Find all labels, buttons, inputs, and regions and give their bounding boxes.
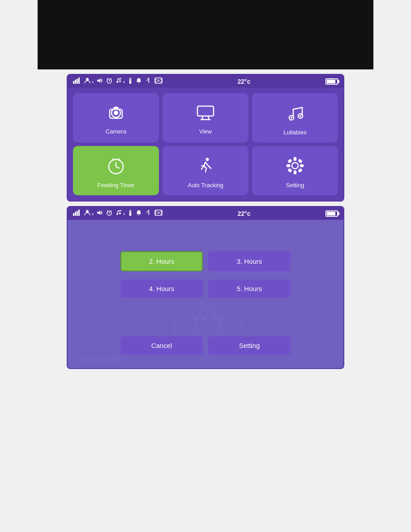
svg-point-68	[194, 317, 199, 322]
volume-icon-2	[97, 210, 103, 217]
menu-item-view[interactable]: View	[163, 93, 248, 142]
music-note-icon-2	[116, 210, 122, 217]
svg-rect-49	[77, 211, 78, 216]
feeding-timer-icon	[106, 156, 126, 178]
signal-icon	[73, 77, 81, 85]
svg-rect-50	[78, 210, 80, 216]
tracking-frame-icon	[154, 77, 163, 85]
screens-container: ₁ ₁	[0, 69, 411, 378]
dialog-actions: Cancel Setting	[120, 336, 291, 355]
svg-rect-1	[75, 80, 76, 84]
svg-point-58	[116, 213, 118, 215]
tracking-frame-icon-2	[154, 210, 163, 217]
menu-item-camera[interactable]: Camera	[73, 93, 159, 142]
temperature-display-2: 22°c	[238, 210, 251, 217]
running-figure-icon-2	[145, 210, 151, 217]
svg-marker-5	[97, 78, 100, 83]
temperature-display-1: 22°c	[238, 78, 251, 85]
music-count-2: ₁	[123, 210, 125, 216]
main-menu-grid: Camera View	[68, 88, 343, 201]
svg-line-33	[116, 167, 120, 168]
running-figure-icon	[145, 77, 151, 85]
screen-feeding-timer: ₁ ₁	[67, 206, 344, 369]
svg-point-11	[116, 81, 118, 83]
bell-icon-2	[136, 210, 142, 217]
svg-point-18	[158, 80, 159, 82]
camera-label: Camera	[106, 128, 126, 135]
user-icon-2	[84, 210, 90, 217]
menu-item-auto-tracking[interactable]: Auto Tracking	[163, 146, 248, 195]
svg-rect-0	[73, 81, 74, 84]
status-bar-1: ₁ ₁	[68, 75, 343, 88]
svg-point-65	[158, 212, 159, 214]
svg-rect-40	[294, 171, 296, 174]
svg-rect-3	[78, 77, 80, 84]
svg-line-9	[107, 78, 108, 79]
thermometer-icon-2	[128, 210, 133, 217]
svg-rect-41	[287, 165, 290, 167]
svg-point-69	[201, 317, 206, 322]
music-count: ₁	[123, 78, 125, 84]
svg-point-4	[86, 78, 89, 81]
dialog-setting-button[interactable]: Setting	[208, 336, 291, 355]
svg-line-57	[111, 210, 112, 211]
top-banner	[38, 0, 373, 69]
svg-marker-52	[97, 210, 100, 215]
lullabies-label: Lullabies	[283, 129, 306, 136]
svg-rect-39	[294, 158, 296, 160]
user-count: ₁	[92, 78, 94, 84]
svg-point-36	[206, 158, 209, 161]
bell-icon	[136, 77, 142, 85]
svg-rect-2	[77, 79, 78, 84]
svg-point-30	[300, 115, 301, 117]
status-icons-2: ₁ ₁	[73, 210, 163, 217]
feeding-timer-dialog: manualslib 2. Hours 3. Hours 4. Hours 5.…	[68, 220, 343, 368]
monitor-icon	[196, 104, 215, 124]
svg-rect-43	[288, 159, 291, 162]
auto-tracking-label: Auto Tracking	[188, 182, 223, 189]
hours-4-button[interactable]: 4. Hours	[120, 279, 203, 298]
view-label: View	[199, 128, 212, 135]
status-bar-2: ₁ ₁	[68, 207, 343, 220]
menu-item-feeding-timer[interactable]: Feeding Timer	[73, 146, 159, 195]
menu-item-lullabies[interactable]: Lullabies	[252, 93, 338, 142]
svg-point-59	[119, 213, 121, 215]
menu-item-setting[interactable]: Setting	[252, 146, 338, 195]
svg-rect-45	[288, 168, 291, 172]
svg-point-71	[219, 317, 223, 322]
cancel-button[interactable]: Cancel	[120, 336, 203, 355]
setting-label: Setting	[286, 182, 304, 189]
svg-line-56	[107, 210, 108, 211]
alarm-clock-icon-2	[106, 210, 112, 217]
hours-row-2: 4. Hours 5. Hours	[120, 279, 291, 298]
svg-point-51	[86, 210, 89, 213]
svg-rect-64	[155, 210, 162, 215]
svg-rect-23	[197, 106, 214, 116]
svg-point-28	[291, 117, 292, 119]
feeding-timer-label: Feeding Timer	[97, 182, 134, 189]
svg-point-20	[114, 111, 118, 115]
thermometer-icon	[128, 77, 133, 85]
battery-icon-1	[325, 78, 338, 85]
svg-rect-44	[299, 168, 302, 172]
hours-2-button[interactable]: 2. Hours	[120, 251, 203, 271]
hours-5-button[interactable]: 5. Hours	[208, 279, 291, 298]
status-icons: ₁ ₁	[73, 77, 163, 85]
svg-line-10	[111, 78, 112, 79]
user-icon	[84, 77, 90, 85]
svg-point-38	[292, 163, 298, 169]
battery-icon-2	[325, 210, 338, 217]
hours-row-1: 2. Hours 3. Hours	[120, 251, 291, 271]
watermark-text: manualslib	[81, 354, 120, 364]
screen-main-menu: ₁ ₁	[67, 74, 344, 202]
hours-3-button[interactable]: 3. Hours	[208, 251, 291, 271]
music-icon	[285, 103, 305, 125]
svg-rect-47	[73, 213, 74, 216]
auto-tracking-icon	[196, 156, 215, 178]
user-count-2: ₁	[92, 210, 94, 216]
svg-point-70	[212, 317, 217, 322]
signal-icon-2	[73, 210, 81, 217]
volume-icon	[97, 77, 103, 85]
music-note-icon	[116, 77, 122, 85]
svg-rect-17	[155, 78, 162, 83]
